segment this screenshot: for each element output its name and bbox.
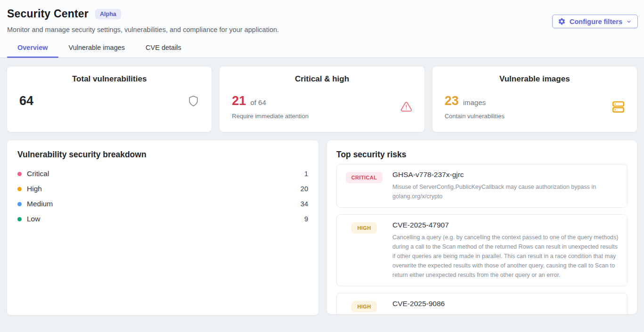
breakdown-panel-title: Vulnerability security breakdown	[17, 150, 308, 160]
tab-cve-details[interactable]: CVE details	[135, 44, 192, 57]
low-dot-icon	[17, 217, 22, 221]
severity-badge-high: HIGH	[351, 301, 376, 312]
breakdown-row-high: High 20	[17, 181, 308, 196]
medium-dot-icon	[17, 202, 22, 206]
risk-id: CVE-2025-47907	[392, 221, 620, 229]
configure-filters-label: Configure filters	[570, 18, 622, 25]
tab-vulnerable-images[interactable]: Vulnerable images	[58, 44, 136, 57]
shield-icon	[187, 95, 199, 107]
breakdown-value: 20	[301, 185, 308, 193]
risk-list: CRITICAL GHSA-v778-237x-gjrc Misuse of S…	[336, 164, 628, 315]
tab-bar: Overview Vulnerable images CVE details	[7, 44, 637, 57]
breakdown-row-low: Low 9	[17, 211, 308, 227]
risk-card-cve-2025-47907[interactable]: HIGH CVE-2025-47907 Cancelling a query (…	[336, 214, 628, 286]
vulnerability-breakdown-panel: Vulnerability security breakdown Critica…	[7, 140, 319, 316]
risk-id: GHSA-v778-237x-gjrc	[392, 170, 620, 179]
page-subtitle: Monitor and manage security settings, vu…	[7, 26, 637, 33]
critical-dot-icon	[17, 172, 22, 176]
configure-filters-button[interactable]: Configure filters	[552, 15, 638, 28]
breakdown-label: Low	[27, 215, 40, 223]
breakdown-value: 34	[301, 200, 308, 208]
total-vulnerabilities-value: 64	[19, 94, 33, 108]
breakdown-list: Critical 1 High 20 Medium 34 Low 9	[17, 166, 308, 227]
risk-card-ghsa-v778-237x-gjrc[interactable]: CRITICAL GHSA-v778-237x-gjrc Misuse of S…	[336, 164, 628, 208]
stat-title: Vulnerable images	[445, 74, 625, 84]
stat-title: Critical & high	[232, 74, 412, 84]
risks-panel-title: Top security risks	[336, 150, 628, 160]
breakdown-row-critical: Critical 1	[17, 166, 308, 181]
risk-description: Cancelling a query (e.g. by cancelling t…	[392, 233, 620, 280]
breakdown-row-medium: Medium 34	[17, 196, 308, 211]
page-title: Security Center	[7, 8, 89, 20]
risk-description: Misuse of ServerConfig.PublicKeyCallback…	[392, 182, 620, 201]
vulnerable-images-value: 23	[445, 94, 459, 108]
critical-high-caption: Require immediate attention	[232, 113, 309, 120]
page-header: Security Center Alpha Configure filters …	[0, 0, 644, 57]
alert-triangle-icon	[400, 101, 412, 113]
stat-title: Total vulnerabilities	[19, 74, 199, 84]
tab-overview[interactable]: Overview	[7, 44, 58, 57]
breakdown-value: 9	[304, 215, 308, 223]
breakdown-value: 1	[304, 170, 308, 178]
top-security-risks-panel: Top security risks CRITICAL GHSA-v778-23…	[326, 140, 637, 315]
chevron-down-icon	[626, 19, 632, 24]
alpha-badge: Alpha	[95, 9, 121, 19]
stat-card-total-vulnerabilities: Total vulnerabilities 64	[7, 66, 212, 132]
severity-badge-high: HIGH	[351, 222, 376, 234]
breakdown-label: Critical	[27, 170, 49, 178]
stat-card-critical-high: Critical & high 21 of 64 Require immedia…	[219, 66, 424, 132]
breakdown-label: Medium	[27, 200, 53, 208]
stats-row: Total vulnerabilities 64 Critical & high	[7, 66, 637, 132]
panels-row: Vulnerability security breakdown Critica…	[7, 140, 637, 316]
high-dot-icon	[17, 187, 22, 191]
vulnerable-images-suffix: images	[463, 98, 486, 106]
gear-icon	[558, 17, 566, 25]
critical-high-suffix: of 64	[250, 98, 266, 106]
risk-id: CVE-2025-9086	[392, 300, 620, 308]
main-content: Total vulnerabilities 64 Critical & high	[0, 58, 644, 316]
server-icon	[612, 100, 625, 113]
severity-badge-critical: CRITICAL	[346, 172, 383, 183]
critical-high-value: 21	[232, 94, 246, 108]
risk-card-cve-2025-9086[interactable]: HIGH CVE-2025-9086	[336, 293, 628, 315]
stat-card-vulnerable-images: Vulnerable images 23 images Contain vuln…	[432, 66, 637, 132]
vulnerable-images-caption: Contain vulnerabilities	[445, 113, 505, 120]
breakdown-label: High	[27, 185, 42, 193]
